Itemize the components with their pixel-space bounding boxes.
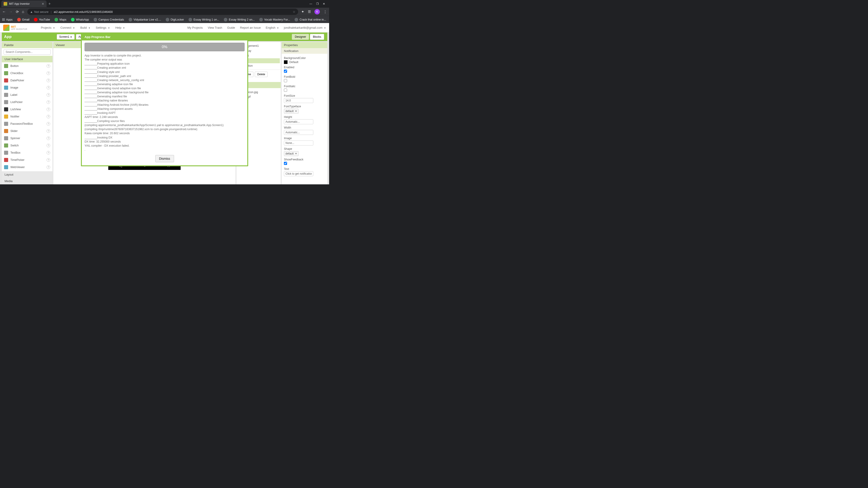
bookmark-item[interactable]: DigiLocker (166, 18, 184, 22)
back-icon[interactable]: ← (2, 10, 6, 14)
bookmark-item[interactable]: YouTube (34, 18, 50, 22)
bookmark-favicon (129, 18, 132, 22)
progress-bar: 0% (85, 43, 245, 51)
dismiss-button[interactable]: Dismiss (155, 155, 174, 162)
modal-overlay: App Progress Bar 0% App Inventor is unab… (0, 23, 329, 184)
compiler-log: App Inventor is unable to compile this p… (85, 54, 245, 152)
bookmark-favicon (55, 18, 58, 22)
bookmark-item[interactable]: Vidyalankar Live v2.... (129, 18, 161, 22)
bookmark-item[interactable]: WhatsApp (71, 18, 89, 22)
bookmark-favicon (94, 18, 97, 22)
tab-title: MIT App Inventor (9, 2, 30, 5)
minimize-icon[interactable]: — (309, 2, 312, 5)
url-text: ai2.appinventor.mit.edu/#521989365104640… (54, 10, 113, 13)
progress-dialog: App Progress Bar 0% App Inventor is unab… (81, 33, 248, 166)
security-warning: ▲ Not secure (30, 10, 49, 13)
app-inventor-app: MIT APP INVENTOR Projects ▼Connect ▼Buil… (0, 23, 329, 184)
new-tab-button[interactable]: + (49, 2, 51, 6)
profile-avatar[interactable]: K (314, 9, 320, 14)
browser-tab[interactable]: MIT App Inventor ✕ (1, 0, 46, 7)
reload-icon[interactable]: ⟳ (16, 10, 19, 14)
reading-list-icon[interactable]: ☰ (308, 10, 311, 14)
bookmark-favicon (224, 18, 227, 22)
bookmark-item[interactable]: Maps (55, 18, 66, 22)
bookmark-favicon (188, 18, 192, 22)
bookmark-item[interactable]: Vocab Mastery For... (259, 18, 290, 22)
kebab-menu-icon[interactable]: ⋮ (323, 10, 327, 14)
tab-close-icon[interactable]: ✕ (41, 2, 44, 6)
bookmark-favicon (259, 18, 263, 22)
bookmark-item[interactable]: Essay Writing 2 on... (224, 18, 254, 22)
extensions-icon[interactable]: ✦ (301, 10, 304, 14)
bookmark-apps[interactable]: Apps (2, 18, 13, 21)
forward-icon[interactable]: → (9, 10, 13, 14)
browser-nav-bar: ← → ⟳ ⌂ ▲ Not secure | ai2.appinventor.m… (0, 8, 329, 16)
bookmark-favicon (294, 18, 298, 22)
bookmark-favicon (71, 18, 74, 22)
star-icon[interactable]: ☆ (293, 10, 296, 13)
home-icon[interactable]: ⌂ (22, 10, 24, 14)
dialog-title: App Progress Bar (82, 33, 247, 40)
bookmark-favicon (166, 18, 169, 22)
bookmark-item[interactable]: Crack that online in... (294, 18, 326, 22)
url-bar[interactable]: ▲ Not secure | ai2.appinventor.mit.edu/#… (27, 8, 298, 15)
bookmarks-bar: AppsGmailYouTubeMapsWhatsAppCampus Crede… (0, 16, 329, 23)
apps-grid-icon (2, 18, 5, 21)
warning-icon: ▲ (30, 10, 33, 13)
bookmark-item[interactable]: Campus Credentials (94, 18, 124, 22)
window-controls: — ❐ ✕ (309, 2, 328, 5)
bookmark-favicon (34, 18, 37, 22)
browser-tab-bar: MIT App Inventor ✕ + — ❐ ✕ (0, 0, 329, 8)
bookmark-item[interactable]: Gmail (17, 18, 30, 22)
maximize-icon[interactable]: ❐ (316, 2, 319, 5)
close-window-icon[interactable]: ✕ (323, 2, 325, 5)
nav-right-icons: ✦ ☰ K ⋮ (301, 9, 327, 14)
bookmark-favicon (17, 18, 21, 22)
bookmark-item[interactable]: Essay Writing 1 on... (188, 18, 219, 22)
tab-favicon (4, 2, 7, 6)
